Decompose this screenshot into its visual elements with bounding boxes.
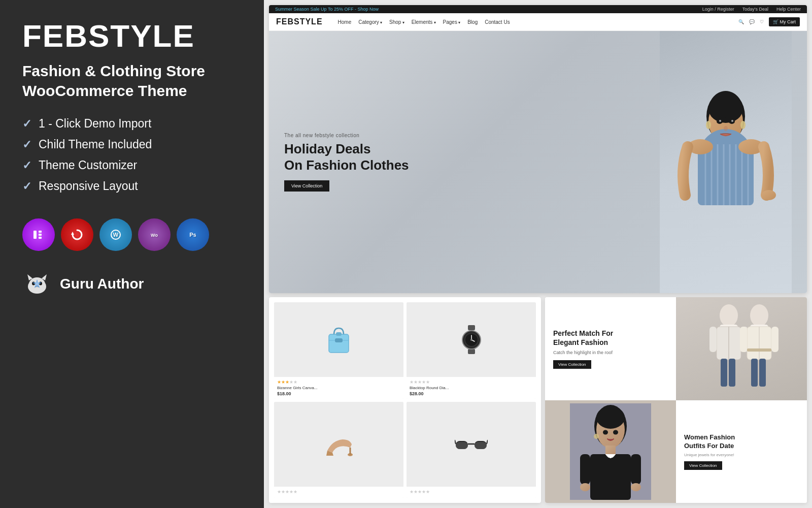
hero-tagline: The all new febstyle collection	[284, 133, 409, 138]
nav-shop[interactable]: Shop	[389, 19, 404, 25]
hero-model-image	[660, 31, 792, 293]
svg-rect-91	[631, 454, 641, 485]
hero-cta-button[interactable]: View Collection	[284, 180, 329, 192]
svg-point-24	[740, 121, 746, 129]
help-link[interactable]: Help Center	[776, 7, 801, 12]
author-logo	[22, 269, 52, 299]
svg-text:W: W	[113, 232, 119, 238]
glasses-svg	[455, 433, 488, 456]
store-bottom: ★★★★★ Bizanne Girls Canva... $18.00	[269, 297, 807, 503]
svg-point-72	[750, 304, 768, 327]
svg-rect-43	[329, 334, 349, 353]
nav-contact[interactable]: Contact Us	[485, 19, 510, 25]
bag-svg	[325, 323, 353, 356]
nav-elements[interactable]: Elements	[412, 19, 436, 25]
login-link[interactable]: Login / Register	[702, 7, 734, 12]
feature-list: ✓ 1 - Click Demo Import ✓ Child Theme In…	[22, 117, 242, 200]
svg-text:Ps: Ps	[189, 232, 196, 238]
brand-subtitle: Fashion & Clothing StoreWooCommerce Them…	[22, 61, 242, 101]
store-hero: The all new febstyle collection Holiday …	[269, 31, 807, 293]
svg-point-84	[596, 406, 625, 429]
svg-point-87	[594, 434, 599, 439]
author-row: Guru Author	[22, 269, 242, 299]
product-info-glasses: ★★★★★	[407, 487, 536, 498]
product-img-heel	[274, 402, 403, 487]
svg-rect-63	[475, 442, 487, 449]
nav-category[interactable]: Category	[358, 19, 382, 25]
product-name-bag: Bizanne Girls Canva...	[277, 386, 400, 390]
svg-rect-77	[740, 327, 747, 352]
heel-svg	[322, 430, 355, 458]
svg-rect-44	[336, 332, 342, 336]
hero-title: Holiday DealsOn Fashion Clothes	[284, 141, 409, 173]
revolution-slider-icon	[61, 218, 93, 251]
cart-button[interactable]: 🛒 My Cart	[769, 17, 800, 26]
svg-line-61	[487, 440, 488, 444]
svg-rect-79	[751, 359, 758, 387]
nav-icons: 🔍 💬 ♡ 🛒 My Cart	[738, 17, 800, 26]
editorial-btn-1[interactable]: View Collection	[553, 360, 591, 369]
product-img-watch	[407, 302, 536, 377]
product-name-watch: Blacktop Round Dia...	[410, 386, 533, 390]
product-card-watch: ★★★★★ Blacktop Round Dia... $28.00	[407, 302, 536, 399]
editorial-title-2: Women FashionOutfits For Date	[684, 433, 799, 451]
product-stars-heel: ★★★★★	[277, 489, 400, 494]
wishlist-icon[interactable]: ♡	[760, 19, 764, 24]
svg-rect-46	[335, 338, 343, 342]
svg-rect-62	[456, 442, 468, 449]
tech-icons-row: W Wo Ps	[22, 218, 242, 251]
topbar-links: Login / Register Today's Deal Help Cente…	[702, 7, 801, 12]
search-icon[interactable]: 🔍	[738, 19, 744, 24]
editorial-mannequin	[676, 297, 807, 400]
product-stars-glasses: ★★★★★	[410, 489, 533, 494]
nav-blog[interactable]: Blog	[467, 19, 478, 25]
svg-point-42	[724, 126, 728, 131]
editorial-section: Perfect Match ForElegant Fashion Catch t…	[545, 297, 807, 503]
woman-black-svg	[570, 403, 651, 500]
svg-rect-1	[39, 231, 42, 233]
nav-home[interactable]: Home	[338, 19, 352, 25]
product-card-bag: ★★★★★ Bizanne Girls Canva... $18.00	[274, 302, 403, 399]
editorial-btn-2[interactable]: View Collection	[684, 461, 722, 470]
svg-rect-80	[759, 359, 766, 387]
svg-point-41	[731, 120, 733, 122]
svg-rect-90	[580, 454, 590, 485]
svg-point-92	[580, 483, 590, 491]
chat-icon[interactable]: 💬	[749, 19, 755, 24]
topbar-promo: Summer Season Sale Up To 25% OFF - Shop …	[275, 7, 379, 12]
svg-rect-47	[468, 325, 475, 330]
svg-point-22	[708, 94, 743, 123]
svg-point-40	[719, 120, 721, 122]
svg-rect-76	[747, 348, 771, 352]
product-card-heel: ★★★★★	[274, 402, 403, 498]
watch-svg	[459, 323, 484, 356]
brand-title: FEBSTYLE	[22, 20, 242, 52]
svg-line-60	[455, 440, 456, 444]
author-name: Guru Author	[60, 276, 144, 292]
product-img-glasses	[407, 402, 536, 487]
svg-rect-71	[729, 359, 735, 387]
svg-point-37	[762, 190, 776, 200]
svg-rect-78	[771, 327, 779, 352]
nav-pages[interactable]: Pages	[443, 19, 461, 25]
mannequin-svg	[698, 300, 785, 397]
product-price-bag: $18.00	[277, 391, 400, 396]
right-panel: Summer Season Sale Up To 25% OFF - Shop …	[264, 0, 812, 508]
check-icon-3: ✓	[22, 159, 31, 172]
editorial-woman-black	[545, 400, 676, 503]
deals-link[interactable]: Today's Deal	[742, 7, 768, 12]
svg-point-54	[470, 339, 472, 341]
check-icon-1: ✓	[22, 117, 31, 131]
shop-now-link[interactable]: Shop Now	[357, 7, 379, 12]
product-stars-watch: ★★★★★	[410, 379, 533, 385]
svg-point-23	[706, 121, 711, 129]
product-info-heel: ★★★★★	[274, 487, 403, 498]
editorial-subtitle-2: Unique jewels for everyone!	[684, 453, 799, 457]
editorial-text-top: Perfect Match ForElegant Fashion Catch t…	[545, 297, 676, 400]
store-preview-top: Summer Season Sale Up To 25% OFF - Shop …	[269, 5, 807, 293]
nav-links: Home Category Shop Elements Pages Blog C…	[338, 19, 728, 25]
store-topbar: Summer Season Sale Up To 25% OFF - Shop …	[269, 5, 807, 13]
svg-point-89	[613, 430, 618, 434]
feature-item-3: ✓ Theme Customizer	[22, 158, 242, 172]
svg-rect-70	[721, 359, 727, 387]
